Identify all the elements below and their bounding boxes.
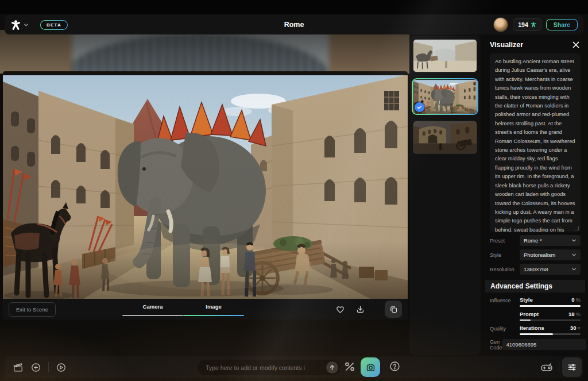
prompt-textarea[interactable]: An bustling Ancient Roman street during … <box>490 53 581 232</box>
top-bar: BETA Rome 194 Share <box>5 15 583 34</box>
copy-image-button[interactable] <box>385 301 402 318</box>
logo-icon <box>10 20 21 30</box>
style-influence-slider[interactable]: Style 0% <box>520 297 581 307</box>
panel-title: Visualizer <box>490 41 523 49</box>
favorite-button[interactable] <box>335 305 345 314</box>
avatar[interactable] <box>493 17 508 32</box>
prompt-input-wrap <box>198 360 340 375</box>
share-button[interactable]: Share <box>546 19 578 30</box>
help-button[interactable] <box>389 360 401 372</box>
image-viewer: Exit to Scene Camera Image <box>3 71 408 320</box>
help-icon <box>389 360 401 372</box>
bottom-toolbar <box>5 356 583 378</box>
influence-label: Influence <box>490 297 520 321</box>
exit-to-scene-button[interactable]: Exit to Scene <box>9 302 56 317</box>
content-prompt-input[interactable] <box>198 364 340 371</box>
thumbnail-strip <box>409 36 481 355</box>
credits-badge[interactable]: 194 <box>513 18 541 31</box>
close-panel-button[interactable] <box>571 40 581 49</box>
chevron-down-icon <box>571 252 577 257</box>
generated-image <box>3 71 408 299</box>
copy-icon <box>389 305 398 314</box>
settings-sliders-button[interactable] <box>562 357 582 377</box>
beta-label: BETA <box>41 21 67 29</box>
iterations-slider[interactable]: Iterations 30× <box>520 325 581 335</box>
credits-count: 194 <box>518 21 528 28</box>
share-label: Share <box>554 21 570 28</box>
preset-label: Preset <box>490 238 520 244</box>
sliders-icon <box>567 362 577 372</box>
resize-handle[interactable] <box>575 226 579 230</box>
plus-circle-icon <box>30 362 41 373</box>
gencode-label: Gen Code <box>490 339 502 351</box>
gamepad-button[interactable] <box>540 360 554 374</box>
camera-capture-button[interactable] <box>361 357 380 377</box>
edit-tools-button[interactable] <box>343 360 356 373</box>
edit-tools-icon <box>343 360 356 373</box>
toolbar-divider <box>559 362 559 372</box>
preset-select[interactable]: Rome * <box>520 235 581 246</box>
arrow-up-icon <box>329 364 335 371</box>
gamepad-icon <box>540 360 554 374</box>
resolution-select[interactable]: 1360×768 <box>520 264 581 275</box>
chevron-down-icon <box>571 267 577 272</box>
check-icon <box>417 105 422 110</box>
thumbnail-selected[interactable] <box>412 78 478 115</box>
quality-label: Quality <box>490 325 520 335</box>
thumbnail-draft[interactable] <box>413 39 477 72</box>
play-circle-icon <box>56 362 67 373</box>
chevron-down-icon <box>571 238 577 243</box>
toolbar-divider <box>48 362 49 372</box>
style-select[interactable]: Photorealism <box>520 249 581 260</box>
app-logo-menu[interactable] <box>10 20 29 30</box>
download-icon <box>355 305 365 314</box>
viewer-toolbar: Exit to Scene Camera Image <box>3 299 408 320</box>
close-icon <box>572 41 579 48</box>
gencode-input[interactable] <box>502 339 586 350</box>
prompt-influence-slider[interactable]: Prompt 18% <box>520 311 581 321</box>
visualizer-panel: Visualizer An bustling Ancient Roman str… <box>485 34 585 355</box>
credits-star-icon <box>531 22 536 28</box>
app-window: BETA Rome 194 Share Exit to Scene <box>0 0 588 381</box>
tab-image[interactable]: Image <box>183 299 244 320</box>
clapperboard-icon <box>13 362 24 373</box>
scene-backdrop <box>0 30 409 74</box>
clips-button[interactable] <box>13 362 24 373</box>
resolution-label: Resolution <box>490 267 520 272</box>
download-button[interactable] <box>355 305 365 314</box>
chevron-down-icon <box>24 22 29 28</box>
heart-icon <box>335 305 345 314</box>
tab-camera[interactable]: Camera <box>122 299 183 320</box>
camera-icon <box>365 362 376 373</box>
send-button[interactable] <box>326 361 338 374</box>
beta-badge: BETA <box>40 20 68 30</box>
style-label: Style <box>490 252 520 258</box>
prompt-text: An bustling Ancient Roman street during … <box>495 59 575 232</box>
add-button[interactable] <box>30 362 41 373</box>
advanced-settings-heading: Advanced Settings <box>485 280 585 293</box>
thumbnail-colosseum[interactable] <box>413 121 477 154</box>
selected-check-badge <box>415 102 424 112</box>
viewer-tabs: Camera Image <box>122 299 244 320</box>
play-button[interactable] <box>56 362 67 373</box>
